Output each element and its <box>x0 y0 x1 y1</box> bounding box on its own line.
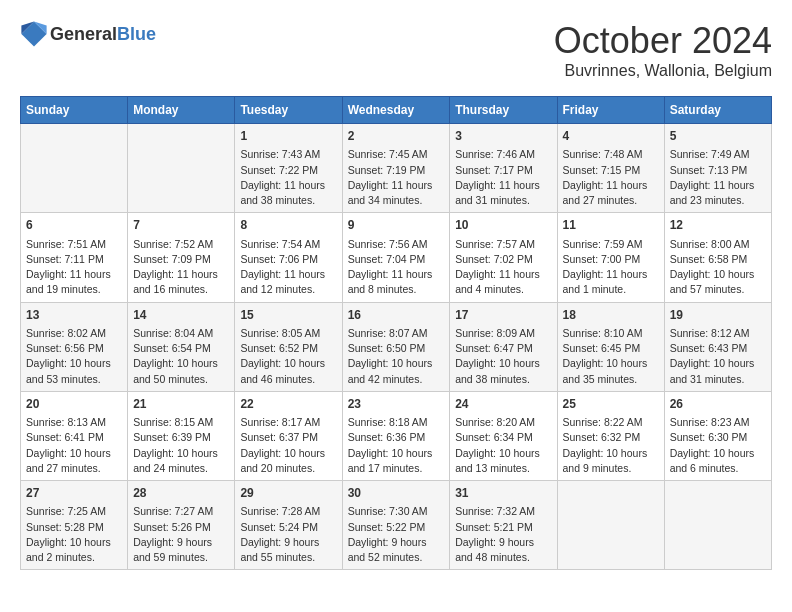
day-info: Sunset: 7:19 PM <box>348 163 445 178</box>
calendar-cell: 18Sunrise: 8:10 AMSunset: 6:45 PMDayligh… <box>557 302 664 391</box>
day-info: Sunrise: 7:48 AM <box>563 147 659 162</box>
day-info: Daylight: 11 hours and 1 minute. <box>563 267 659 297</box>
day-info: Sunrise: 8:17 AM <box>240 415 336 430</box>
day-info: Sunrise: 7:32 AM <box>455 504 551 519</box>
day-info: Daylight: 9 hours and 59 minutes. <box>133 535 229 565</box>
day-info: Daylight: 11 hours and 38 minutes. <box>240 178 336 208</box>
day-info: Daylight: 11 hours and 19 minutes. <box>26 267 122 297</box>
page-header: GeneralBlue October 2024 Buvrinnes, Wall… <box>20 20 772 80</box>
day-number: 7 <box>133 217 229 234</box>
calendar-cell: 27Sunrise: 7:25 AMSunset: 5:28 PMDayligh… <box>21 481 128 570</box>
day-info: Sunset: 7:13 PM <box>670 163 766 178</box>
day-number: 23 <box>348 396 445 413</box>
day-number: 8 <box>240 217 336 234</box>
day-info: Daylight: 11 hours and 34 minutes. <box>348 178 445 208</box>
calendar-week-row: 13Sunrise: 8:02 AMSunset: 6:56 PMDayligh… <box>21 302 772 391</box>
calendar-cell: 24Sunrise: 8:20 AMSunset: 6:34 PMDayligh… <box>450 391 557 480</box>
day-number: 21 <box>133 396 229 413</box>
day-info: Sunrise: 8:10 AM <box>563 326 659 341</box>
day-info: Sunset: 6:34 PM <box>455 430 551 445</box>
calendar-cell <box>128 124 235 213</box>
day-number: 26 <box>670 396 766 413</box>
calendar-cell: 29Sunrise: 7:28 AMSunset: 5:24 PMDayligh… <box>235 481 342 570</box>
day-info: Daylight: 11 hours and 23 minutes. <box>670 178 766 208</box>
day-info: Sunrise: 7:43 AM <box>240 147 336 162</box>
day-info: Sunset: 5:24 PM <box>240 520 336 535</box>
day-number: 27 <box>26 485 122 502</box>
column-header-saturday: Saturday <box>664 97 771 124</box>
day-info: Sunset: 7:06 PM <box>240 252 336 267</box>
day-info: Daylight: 10 hours and 20 minutes. <box>240 446 336 476</box>
day-info: Sunset: 6:56 PM <box>26 341 122 356</box>
logo-text-blue: Blue <box>117 24 156 44</box>
day-info: Daylight: 11 hours and 16 minutes. <box>133 267 229 297</box>
day-info: Daylight: 11 hours and 12 minutes. <box>240 267 336 297</box>
day-number: 11 <box>563 217 659 234</box>
day-number: 12 <box>670 217 766 234</box>
calendar-cell: 9Sunrise: 7:56 AMSunset: 7:04 PMDaylight… <box>342 213 450 302</box>
day-info: Sunset: 6:43 PM <box>670 341 766 356</box>
column-header-friday: Friday <box>557 97 664 124</box>
day-number: 10 <box>455 217 551 234</box>
day-info: Sunset: 5:21 PM <box>455 520 551 535</box>
calendar-cell: 6Sunrise: 7:51 AMSunset: 7:11 PMDaylight… <box>21 213 128 302</box>
day-info: Sunrise: 8:02 AM <box>26 326 122 341</box>
day-info: Daylight: 10 hours and 6 minutes. <box>670 446 766 476</box>
day-info: Sunrise: 8:13 AM <box>26 415 122 430</box>
day-number: 15 <box>240 307 336 324</box>
day-info: Sunset: 6:54 PM <box>133 341 229 356</box>
day-info: Sunset: 7:09 PM <box>133 252 229 267</box>
day-info: Daylight: 10 hours and 50 minutes. <box>133 356 229 386</box>
day-info: Daylight: 10 hours and 35 minutes. <box>563 356 659 386</box>
day-info: Sunrise: 7:57 AM <box>455 237 551 252</box>
column-header-monday: Monday <box>128 97 235 124</box>
day-info: Sunrise: 7:45 AM <box>348 147 445 162</box>
logo-icon <box>20 20 48 48</box>
logo: GeneralBlue <box>20 20 156 48</box>
day-info: Daylight: 10 hours and 2 minutes. <box>26 535 122 565</box>
day-info: Daylight: 10 hours and 42 minutes. <box>348 356 445 386</box>
day-number: 1 <box>240 128 336 145</box>
calendar-cell: 20Sunrise: 8:13 AMSunset: 6:41 PMDayligh… <box>21 391 128 480</box>
day-number: 14 <box>133 307 229 324</box>
day-info: Sunrise: 8:23 AM <box>670 415 766 430</box>
day-info: Sunrise: 8:05 AM <box>240 326 336 341</box>
day-info: Sunset: 6:45 PM <box>563 341 659 356</box>
day-info: Daylight: 9 hours and 48 minutes. <box>455 535 551 565</box>
day-info: Sunset: 5:26 PM <box>133 520 229 535</box>
calendar-cell: 31Sunrise: 7:32 AMSunset: 5:21 PMDayligh… <box>450 481 557 570</box>
location-title: Buvrinnes, Wallonia, Belgium <box>554 62 772 80</box>
calendar-cell: 14Sunrise: 8:04 AMSunset: 6:54 PMDayligh… <box>128 302 235 391</box>
day-info: Sunrise: 7:59 AM <box>563 237 659 252</box>
day-number: 6 <box>26 217 122 234</box>
day-number: 3 <box>455 128 551 145</box>
day-info: Sunset: 7:00 PM <box>563 252 659 267</box>
column-header-sunday: Sunday <box>21 97 128 124</box>
day-info: Daylight: 10 hours and 57 minutes. <box>670 267 766 297</box>
title-block: October 2024 Buvrinnes, Wallonia, Belgiu… <box>554 20 772 80</box>
day-info: Sunrise: 8:00 AM <box>670 237 766 252</box>
day-number: 29 <box>240 485 336 502</box>
calendar-cell: 12Sunrise: 8:00 AMSunset: 6:58 PMDayligh… <box>664 213 771 302</box>
day-info: Sunset: 7:04 PM <box>348 252 445 267</box>
calendar-cell: 1Sunrise: 7:43 AMSunset: 7:22 PMDaylight… <box>235 124 342 213</box>
day-info: Sunrise: 7:30 AM <box>348 504 445 519</box>
calendar-cell: 8Sunrise: 7:54 AMSunset: 7:06 PMDaylight… <box>235 213 342 302</box>
day-info: Sunrise: 8:20 AM <box>455 415 551 430</box>
day-info: Sunrise: 7:25 AM <box>26 504 122 519</box>
day-info: Sunrise: 7:54 AM <box>240 237 336 252</box>
day-info: Sunrise: 7:46 AM <box>455 147 551 162</box>
day-info: Sunset: 6:32 PM <box>563 430 659 445</box>
day-info: Sunset: 6:50 PM <box>348 341 445 356</box>
day-info: Sunrise: 7:52 AM <box>133 237 229 252</box>
calendar-table: SundayMondayTuesdayWednesdayThursdayFrid… <box>20 96 772 570</box>
column-header-thursday: Thursday <box>450 97 557 124</box>
day-info: Daylight: 9 hours and 55 minutes. <box>240 535 336 565</box>
day-info: Sunset: 6:58 PM <box>670 252 766 267</box>
day-info: Sunrise: 7:27 AM <box>133 504 229 519</box>
day-info: Sunrise: 7:49 AM <box>670 147 766 162</box>
calendar-cell <box>664 481 771 570</box>
day-info: Daylight: 11 hours and 8 minutes. <box>348 267 445 297</box>
day-number: 28 <box>133 485 229 502</box>
day-number: 30 <box>348 485 445 502</box>
